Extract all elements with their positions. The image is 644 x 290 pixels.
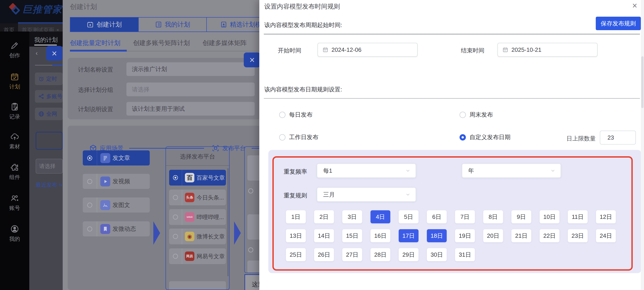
day-button[interactable]: 15日: [342, 229, 362, 242]
day-button[interactable]: 18日: [427, 229, 447, 242]
day-button[interactable]: 31日: [455, 248, 475, 261]
radio-icon: [173, 234, 178, 239]
plan-name-input[interactable]: 演示推广计划: [126, 62, 255, 76]
repeat-frequency-select[interactable]: 每1: [317, 163, 416, 178]
day-button[interactable]: 28日: [370, 248, 390, 261]
radio-icon: [460, 134, 466, 141]
drawer-item-timed[interactable]: 定时: [35, 72, 63, 85]
day-button[interactable]: 22日: [540, 229, 560, 242]
radio-icon: [173, 254, 178, 259]
platform-bilibili[interactable]: bilibili 哔哩哔哩...: [169, 209, 226, 225]
drawer-close-button[interactable]: ×: [46, 46, 62, 61]
platform-item-partial[interactable]: [169, 281, 226, 290]
drawer-item-multi-account[interactable]: 多账号: [35, 90, 63, 103]
puzzle-icon: [10, 163, 19, 172]
calendar-check-icon: [10, 72, 19, 81]
day-button[interactable]: 20日: [483, 229, 503, 242]
day-button[interactable]: 29日: [399, 248, 418, 261]
article-icon: [100, 153, 110, 163]
logo-text: 巨推管家: [22, 3, 62, 16]
plan-desc-input[interactable]: 该计划主要用于测试: [126, 102, 255, 116]
platform-panel-title: 选择发布平台: [166, 153, 229, 160]
repeat-rule-select[interactable]: 三月: [317, 187, 416, 202]
day-button[interactable]: 30日: [427, 248, 447, 261]
day-button[interactable]: 10日: [540, 210, 560, 223]
day-button[interactable]: 17日: [399, 229, 418, 242]
rule-radio-option[interactable]: 工作日发布: [279, 133, 318, 141]
recent-publish-link[interactable]: 最近发布: [36, 181, 63, 188]
sidebar: 创作 计划 记录 素材 组件 账号 我的: [0, 31, 29, 290]
day-button[interactable]: 14日: [314, 229, 334, 242]
rule-radio-option[interactable]: 每日发布: [279, 111, 312, 119]
scenario-image-text[interactable]: 发图文: [83, 197, 150, 213]
flow-arrow-icon: [153, 221, 160, 245]
platform-baijiahao[interactable]: 百 百家号文章: [169, 170, 226, 185]
sidebar-item-records[interactable]: 记录: [0, 102, 29, 120]
day-button[interactable]: 5日: [399, 210, 418, 223]
day-button[interactable]: 8日: [483, 210, 503, 223]
rule-radio-option[interactable]: 自定义发布日期: [460, 133, 510, 141]
tab-create-plan[interactable]: 创建计划: [70, 17, 139, 31]
day-button[interactable]: 7日: [455, 210, 475, 223]
subtab-batch-timed[interactable]: 创建批量定时计划: [70, 39, 120, 47]
day-button[interactable]: 27日: [342, 248, 362, 261]
scenario-video[interactable]: 发视频: [83, 174, 150, 189]
plan-subtabs: 创建批量定时计划 创建多账号矩阵计划 创建多媒体矩阵: [70, 39, 247, 47]
plan-group-label: 选择计划分组: [78, 86, 113, 94]
day-button[interactable]: 6日: [427, 210, 447, 223]
drawer-header: 我的计划: [29, 31, 63, 47]
daily-limit-input[interactable]: 23: [600, 131, 636, 145]
subtab-multi-account-matrix[interactable]: 创建多账号矩阵计划: [133, 39, 190, 47]
platform-weibo[interactable]: ◉ 微博长文章: [169, 229, 226, 244]
users-plus-icon: [10, 194, 19, 203]
plan-desc-label: 计划说明设置: [78, 105, 113, 113]
sidebar-item-create[interactable]: 创作: [0, 41, 29, 59]
day-button[interactable]: 13日: [286, 229, 306, 242]
repeat-rule-label: 重复规则: [284, 192, 307, 199]
bilibili-icon: bilibili: [185, 212, 194, 222]
day-button[interactable]: 3日: [342, 210, 362, 223]
create-plan-panel: 创建计划 创建计划 我的计划 精选计划模 创建批量定时计划 创建多账号矩阵计划 …: [63, 0, 266, 290]
app-logo[interactable]: 巨推管家: [9, 3, 62, 16]
day-button[interactable]: 12日: [596, 210, 616, 223]
day-button[interactable]: 11日: [568, 210, 588, 223]
daily-limit-label: 日上限数量: [566, 135, 596, 143]
repeat-unit-select[interactable]: 年: [462, 163, 561, 178]
scenario-article[interactable]: 发文章: [83, 150, 150, 165]
sidebar-item-plan[interactable]: 计划: [0, 72, 29, 90]
panel-close-button[interactable]: ×: [244, 52, 260, 67]
day-grid: 1日2日3日4日5日6日7日8日9日10日11日12日13日14日15日16日1…: [286, 210, 627, 261]
drawer-item-all-network[interactable]: 全网: [35, 108, 63, 120]
plan-group-select[interactable]: 请选择: [126, 82, 255, 96]
platform-toutiao[interactable]: 头条 今日头条...: [169, 190, 226, 205]
day-button[interactable]: 9日: [512, 210, 531, 223]
radio-icon: [248, 247, 253, 252]
rule-radio-option[interactable]: 周末发布: [460, 111, 493, 119]
sidebar-item-assets[interactable]: 素材: [0, 132, 29, 150]
day-button[interactable]: 4日: [370, 210, 390, 223]
day-button[interactable]: 2日: [314, 210, 334, 223]
sidebar-item-components[interactable]: 组件: [0, 163, 29, 181]
collapse-arrow-icon[interactable]: ‹: [36, 49, 38, 57]
tab-featured-templates[interactable]: 精选计划模: [207, 17, 266, 31]
drawer-select[interactable]: 请选择: [36, 159, 63, 174]
scenario-micro-post[interactable]: 发微动态: [83, 221, 150, 236]
sidebar-item-accounts[interactable]: 账号: [0, 194, 29, 212]
scrollbar-thumb[interactable]: [641, 56, 644, 108]
radio-icon: [460, 112, 466, 118]
day-button[interactable]: 24日: [596, 229, 616, 242]
day-button[interactable]: 1日: [286, 210, 306, 223]
day-button[interactable]: 25日: [286, 248, 306, 261]
tab-my-plans[interactable]: 我的计划: [139, 17, 207, 31]
day-button[interactable]: 21日: [512, 229, 531, 242]
drawer-empty-box[interactable]: [36, 132, 63, 150]
sidebar-item-me[interactable]: 我的: [0, 224, 29, 243]
day-button[interactable]: 19日: [455, 229, 475, 242]
subtab-multi-media-matrix[interactable]: 创建多媒体矩阵: [202, 39, 247, 47]
day-button[interactable]: 23日: [568, 229, 588, 242]
radio-icon: [173, 175, 178, 180]
day-button[interactable]: 16日: [370, 229, 390, 242]
platform-netease[interactable]: 网易 网易号文章: [169, 248, 226, 264]
day-button[interactable]: 26日: [314, 248, 334, 261]
platform-scrollbar[interactable]: [227, 168, 229, 276]
